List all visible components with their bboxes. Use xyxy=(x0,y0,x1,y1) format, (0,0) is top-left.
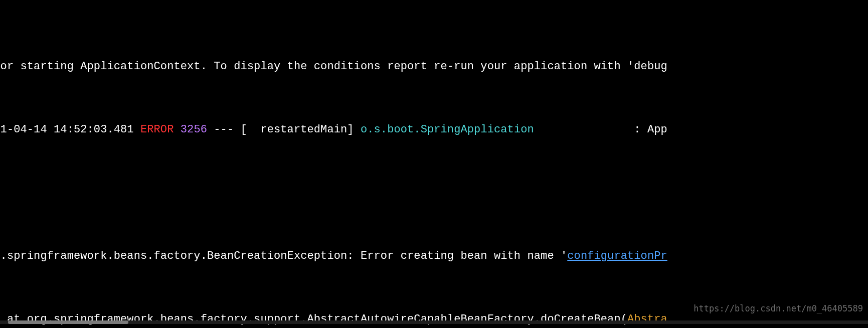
exception-line: rg.springframework.beans.factory.BeanCre… xyxy=(0,246,868,267)
log-line: rror starting ApplicationContext. To dis… xyxy=(0,56,868,77)
log-pad xyxy=(534,123,634,136)
exception-text: rg.springframework.beans.factory.BeanCre… xyxy=(0,250,567,262)
thread-name: --- [ restartedMain] xyxy=(207,123,361,136)
log-level-error: ERROR xyxy=(140,123,174,136)
timestamp: 021-04-14 14:52:03.481 xyxy=(0,123,140,136)
watermark-text: https://blog.csdn.net/m0_46405589 xyxy=(693,298,863,319)
console-output: rror starting ApplicationContext. To dis… xyxy=(0,14,868,328)
blank-line xyxy=(0,183,868,204)
log-text: rror starting ApplicationContext. To dis… xyxy=(0,60,667,73)
pid: 3256 xyxy=(173,123,207,136)
log-line: 021-04-14 14:52:03.481 ERROR 3256 --- [ … xyxy=(0,119,868,140)
log-msg-start: : App xyxy=(634,123,667,136)
bean-name-link[interactable]: configurationPr xyxy=(567,250,667,262)
h-scroll-thumb[interactable] xyxy=(8,320,128,324)
h-scroll-track xyxy=(0,320,868,324)
logger-name: o.s.boot.SpringApplication xyxy=(361,123,534,136)
